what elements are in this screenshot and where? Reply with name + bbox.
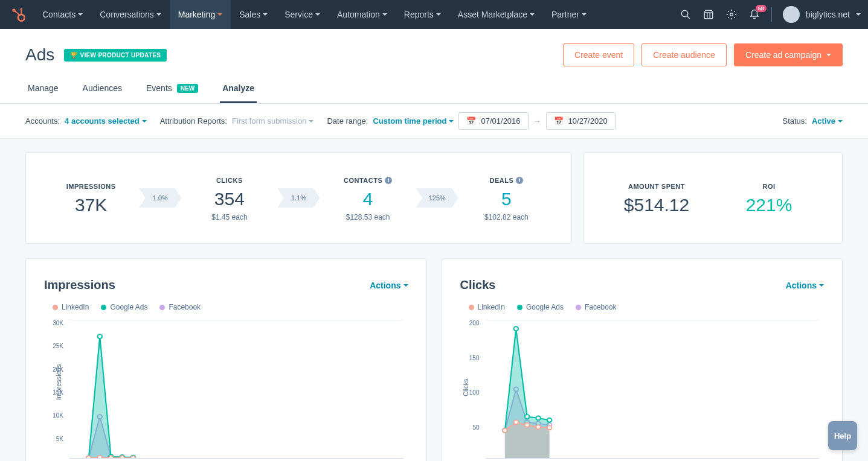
metric-impressions: IMPRESSIONS 37K: [55, 180, 127, 215]
tab-analyze[interactable]: Analyze: [220, 77, 257, 103]
status-label: Status:: [783, 116, 807, 126]
status-value: Active: [812, 116, 835, 126]
svg-rect-7: [704, 13, 713, 19]
tab-label: Audiences: [83, 83, 122, 93]
status-filter[interactable]: Active: [812, 116, 843, 126]
attribution-filter[interactable]: First form submission: [232, 116, 314, 126]
nav-label: Service: [285, 10, 313, 19]
chevron-down-icon: [826, 54, 831, 56]
info-icon[interactable]: i: [516, 177, 523, 184]
gear-icon[interactable]: [725, 8, 738, 21]
date-range-filter[interactable]: Custom time period: [373, 116, 454, 126]
metric-value: 4: [332, 189, 404, 209]
funnel-pct: 1.1%: [291, 194, 306, 202]
nav-label: Sales: [239, 10, 260, 19]
svg-point-40: [547, 425, 551, 430]
date-from-input[interactable]: 📅 07/01/2016: [458, 112, 528, 130]
nav-item-conversations[interactable]: Conversations: [91, 0, 170, 29]
chevron-down-icon: [449, 120, 454, 122]
legend-item[interactable]: LinkedIn: [469, 303, 505, 311]
nav-item-contacts[interactable]: Contacts: [34, 0, 91, 29]
header-actions: Create event Create audience Create ad c…: [563, 43, 843, 66]
create-audience-button[interactable]: Create audience: [641, 43, 727, 66]
tab-label: Events: [146, 83, 172, 93]
chevron-down-icon: [142, 120, 147, 122]
nav-item-partner[interactable]: Partner: [543, 0, 595, 29]
hubspot-logo-icon: [10, 6, 27, 23]
chevron-down-icon: [856, 13, 861, 16]
date-range-label: Date range:: [327, 116, 368, 126]
nav-item-reports[interactable]: Reports: [396, 0, 449, 29]
nav-item-asset-marketplace[interactable]: Asset Marketplace: [449, 0, 543, 29]
legend-item[interactable]: Google Ads: [517, 303, 564, 311]
legend-item[interactable]: Facebook: [576, 303, 617, 311]
nav-item-marketing[interactable]: Marketing: [170, 0, 231, 29]
y-tick-label: 5K: [44, 436, 63, 442]
info-icon[interactable]: i: [385, 177, 392, 184]
help-button[interactable]: Help: [828, 421, 857, 450]
metric-label: IMPRESSIONS: [66, 183, 116, 190]
view-updates-button[interactable]: 🏆 VIEW PRODUCT UPDATES: [64, 49, 167, 62]
attribution-value: First form submission: [232, 116, 307, 126]
notifications-icon[interactable]: 58: [748, 8, 760, 21]
nav-item-automation[interactable]: Automation: [329, 0, 396, 29]
metric-value: $514.12: [620, 195, 693, 215]
legend-item[interactable]: Google Ads: [101, 303, 147, 311]
chart-area: Clicks 20015010050: [460, 320, 825, 459]
date-from-value: 07/01/2016: [481, 116, 520, 126]
svg-point-22: [98, 456, 102, 458]
date-to-value: 10/27/2020: [568, 116, 608, 126]
y-tick-label: 15K: [44, 389, 63, 396]
metric-label: DEALSi: [489, 177, 523, 184]
tab-manage[interactable]: Manage: [25, 77, 61, 103]
tab-events[interactable]: EventsNEW: [144, 77, 201, 103]
arrow-right-icon: →: [533, 116, 541, 126]
metric-roi: ROI 221%: [733, 180, 805, 215]
account-menu[interactable]: biglytics.net: [783, 6, 861, 23]
create-event-button[interactable]: Create event: [563, 43, 634, 66]
chart-actions-menu[interactable]: Actions: [786, 281, 824, 290]
nav-item-sales[interactable]: Sales: [231, 0, 276, 29]
chart-title: Impressions: [44, 278, 115, 292]
calendar-icon: 📅: [466, 116, 476, 126]
legend-label: LinkedIn: [62, 303, 89, 311]
metric-label: ROI: [762, 183, 775, 190]
metric-value: 221%: [733, 195, 805, 215]
nav-label: Reports: [404, 10, 434, 19]
chart-actions-menu[interactable]: Actions: [370, 281, 408, 290]
create-ad-campaign-button[interactable]: Create ad campaign: [734, 43, 843, 66]
search-icon[interactable]: [680, 8, 692, 21]
legend-item[interactable]: Facebook: [159, 303, 201, 311]
nav-item-service[interactable]: Service: [276, 0, 329, 29]
svg-line-6: [687, 16, 690, 19]
accounts-filter[interactable]: 4 accounts selected: [65, 116, 147, 126]
metric-value: 5: [470, 189, 542, 209]
legend-label: Facebook: [585, 303, 617, 311]
metric-sub: $128.53 each: [332, 213, 404, 221]
accounts-value: 4 accounts selected: [65, 116, 140, 126]
marketplace-icon[interactable]: [702, 8, 715, 21]
legend-dot: [101, 305, 106, 310]
actions-label: Actions: [786, 281, 817, 290]
chevron-down-icon: [156, 13, 161, 16]
trophy-icon: 🏆: [70, 52, 77, 59]
svg-point-25: [131, 456, 135, 458]
metric-value: 37K: [55, 195, 127, 215]
chart-title: Clicks: [460, 278, 496, 292]
svg-point-5: [681, 10, 688, 17]
top-nav: ContactsConversationsMarketingSalesServi…: [0, 0, 868, 29]
nav-label: Automation: [337, 10, 380, 19]
legend-label: Facebook: [169, 303, 201, 311]
date-range-value: Custom time period: [373, 116, 446, 126]
svg-line-3: [14, 10, 21, 16]
svg-point-2: [18, 14, 25, 21]
nav-items: ContactsConversationsMarketingSalesServi…: [34, 0, 595, 29]
funnel-arrow: 1.1%: [278, 188, 320, 208]
y-ticks: 20015010050: [460, 320, 483, 459]
tabs: ManageAudiencesEventsNEWAnalyze: [25, 77, 843, 103]
tab-audiences[interactable]: Audiences: [80, 77, 124, 103]
avatar: [783, 6, 800, 23]
calendar-icon: 📅: [554, 116, 564, 126]
legend-item[interactable]: LinkedIn: [53, 303, 89, 311]
date-to-input[interactable]: 📅 10/27/2020: [546, 112, 616, 130]
